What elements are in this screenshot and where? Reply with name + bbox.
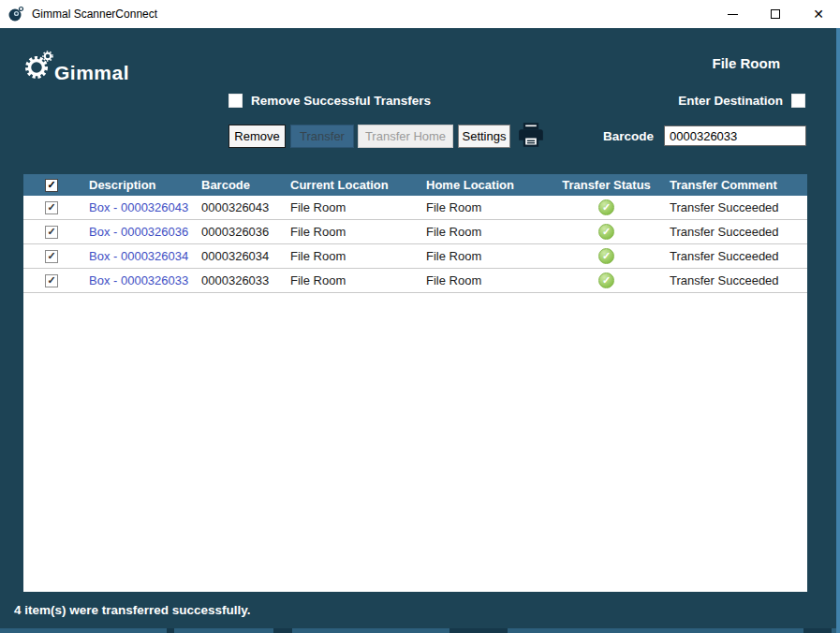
row-checkbox[interactable] [45,226,58,239]
barcode-cell: 0000326036 [192,225,281,239]
desktop-edge-strip [836,28,840,633]
transfer-comment-cell: Transfer Succeeded [660,249,807,263]
table-header-row: Description Barcode Current Location Hom… [23,174,807,196]
print-button[interactable] [517,122,545,150]
transfer-button[interactable]: Transfer [290,125,354,148]
col-header-home-location: Home Location [417,178,553,192]
description-link[interactable]: Box - 0000326043 [80,200,192,214]
table-row: Box - 0000326043 0000326043 File Room Fi… [23,196,807,220]
row-checkbox[interactable] [45,274,58,287]
remove-successful-label: Remove Successful Transfers [251,94,431,108]
row-checkbox[interactable] [45,201,58,214]
remove-successful-transfers-option[interactable]: Remove Successful Transfers [228,94,431,108]
success-check-icon [598,248,614,264]
success-check-icon [598,224,614,240]
gear-icon [22,49,58,84]
transfer-comment-cell: Transfer Succeeded [660,273,807,287]
window-title: Gimmal ScannerConnect [32,7,157,21]
close-icon: ✕ [813,7,824,21]
home-location-cell: File Room [417,249,553,263]
taskbar-edge-strip [0,628,836,633]
col-header-current-location: Current Location [281,178,417,192]
current-location-cell: File Room [281,273,417,287]
home-location-cell: File Room [417,273,553,287]
logo-text: Gimmal [54,62,129,84]
success-check-icon [598,272,614,288]
col-header-description: Description [80,178,192,192]
gimmal-logo: Gimmal [22,49,129,84]
status-message: 4 item(s) were transferred successfully. [14,603,251,617]
current-location-cell: File Room [281,200,417,214]
minimize-icon [728,14,738,15]
minimize-button[interactable] [711,0,754,28]
barcode-cell: 0000326034 [192,249,281,263]
description-link[interactable]: Box - 0000326034 [80,249,192,263]
home-location-cell: File Room [417,200,553,214]
printer-icon [518,137,544,151]
maximize-button[interactable] [754,0,797,28]
transfer-comment-cell: Transfer Succeeded [660,225,807,239]
barcode-label: Barcode [603,129,654,143]
close-button[interactable]: ✕ [797,0,840,28]
settings-button[interactable]: Settings [458,125,510,148]
transfers-table: Description Barcode Current Location Hom… [23,174,807,592]
table-row: Box - 0000326033 0000326033 File Room Fi… [23,269,807,293]
row-checkbox[interactable] [45,250,58,263]
enter-destination-label: Enter Destination [678,94,783,108]
transfer-comment-cell: Transfer Succeeded [660,200,807,214]
barcode-input[interactable] [664,125,806,146]
app-window: Gimmal ScannerConnect ✕ [0,0,840,633]
maximize-icon [771,9,780,19]
col-header-transfer-comment: Transfer Comment [660,178,807,192]
remove-button[interactable]: Remove [228,125,286,148]
current-location-cell: File Room [281,225,417,239]
enter-destination-checkbox[interactable] [791,94,805,108]
table-row: Box - 0000326034 0000326034 File Room Fi… [23,244,807,269]
current-location-cell: File Room [281,249,417,263]
current-location-label: File Room [712,55,780,71]
barcode-cell: 0000326033 [192,273,281,287]
window-controls: ✕ [711,0,840,28]
description-link[interactable]: Box - 0000326036 [80,225,192,239]
app-icon [7,6,24,22]
remove-successful-checkbox[interactable] [228,94,243,108]
select-all-checkbox[interactable] [45,179,58,192]
barcode-cell: 0000326043 [192,200,281,214]
titlebar: Gimmal ScannerConnect ✕ [0,0,840,28]
table-row: Box - 0000326036 0000326036 File Room Fi… [23,220,807,244]
home-location-cell: File Room [417,225,553,239]
col-header-transfer-status: Transfer Status [553,178,660,192]
enter-destination-option[interactable]: Enter Destination [678,94,805,108]
col-header-barcode: Barcode [192,178,281,192]
success-check-icon [598,199,614,215]
description-link[interactable]: Box - 0000326033 [80,273,192,287]
transfer-home-button[interactable]: Transfer Home [358,125,453,148]
